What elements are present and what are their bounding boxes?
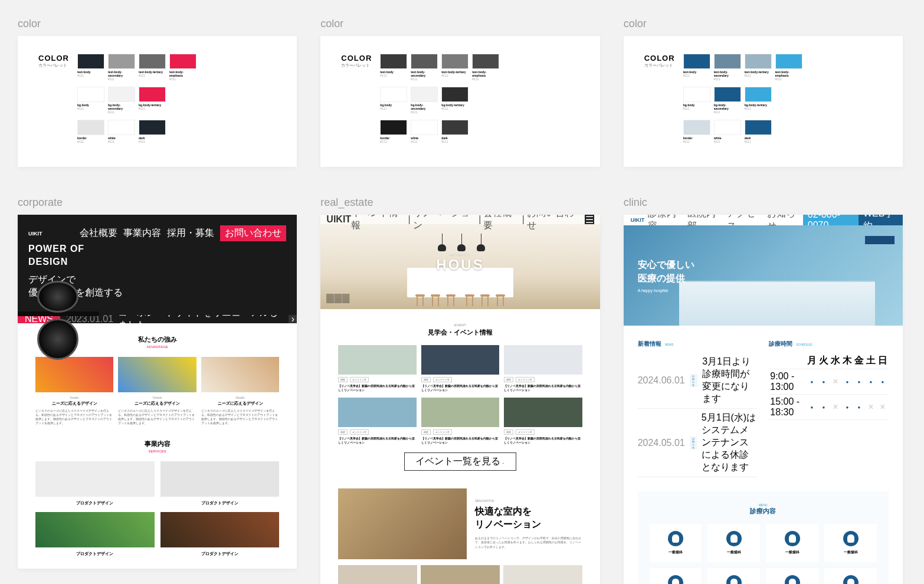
tooth-icon <box>843 575 859 584</box>
service-item[interactable]: 一般歯科 <box>707 524 760 562</box>
tooth-icon <box>785 575 800 584</box>
tooth-icon <box>843 531 859 546</box>
view-all-button[interactable]: イベント一覧を見る → <box>404 452 516 471</box>
cta-button[interactable]: お問い合わせ <box>220 225 286 241</box>
tooth-icon <box>668 575 683 584</box>
service-item[interactable]: プロダクトデザイン <box>35 512 155 557</box>
tooth-icon <box>668 531 683 546</box>
nav-link[interactable]: イベント情報 <box>351 215 405 232</box>
service-item[interactable]: プロダクトデザイン <box>160 512 280 557</box>
section-label: color <box>624 18 903 30</box>
nav-link[interactable]: 事業内容 <box>123 227 161 239</box>
service-item[interactable]: 一般歯科 <box>650 524 702 562</box>
hero-title: 安心で優しい医療の提供 <box>638 258 889 285</box>
advantage-item[interactable]: Detailsニーズに応えるデザインビジネスのニーズに応えたカスタマイズデザイン… <box>35 357 113 425</box>
event-item[interactable]: 開催オンライン可【リノベ見学会】新築の雰囲気溢れる古民家を内観から楽しくリノベー… <box>338 398 416 444</box>
booking-button[interactable]: WEB予約 <box>859 215 903 225</box>
section-label: color <box>18 18 297 30</box>
palette-section-2: color COLOR カラーパレット text-body#111 text-b… <box>320 18 599 167</box>
chevron-right-icon[interactable]: › <box>289 315 297 323</box>
section-title: 見学会・イベント情報 <box>338 328 582 337</box>
advantage-item[interactable]: Detailsニーズに応えるデザインビジネスのニーズに応えたカスタマイズデザイン… <box>118 357 196 425</box>
news-section: 新着情報NEWS 2024.06.01お知らせ3月1日より診療時間が変更になりま… <box>638 337 758 477</box>
corporate-preview[interactable]: UIKIT 会社概要 事業内容 採用・募集 お問い合わせ POWER OFDES… <box>18 215 297 569</box>
thumbnail[interactable] <box>503 565 582 584</box>
service-item[interactable]: 一般歯科 <box>824 568 877 584</box>
service-item[interactable]: プロダクトデザイン <box>160 461 280 506</box>
service-item[interactable]: 一般歯科 <box>650 568 702 584</box>
logo[interactable]: UIKIT <box>28 231 42 237</box>
section-subtitle: EVENT <box>338 323 582 327</box>
tooth-icon <box>726 531 742 546</box>
advantage-item[interactable]: Detailsニーズに応えるデザインビジネスのニーズに応えたカスタマイズデザイン… <box>201 357 279 425</box>
logo[interactable]: UIKIT <box>326 215 351 225</box>
event-item[interactable]: 開催オンライン可【リノベ見学会】新築の雰囲気溢れる古民家を内観から楽しくリノベー… <box>504 345 582 392</box>
section-subtitle: SERVICES <box>35 450 279 453</box>
section-label: corporate <box>18 196 297 209</box>
palette-section-1: color COLOR カラーパレット text-body#111 text-b… <box>18 18 297 167</box>
hero: UIKIT 会社概要 事業内容 採用・募集 お問い合わせ POWER OFDES… <box>18 215 297 315</box>
hero-title: POWER OFDESIGN <box>28 241 286 267</box>
hero-image <box>18 311 99 316</box>
news-item[interactable]: 2024.05.01お知らせ5月1日(水)はシステムメンテナンスによる休診となり… <box>638 409 758 477</box>
nav-link[interactable]: 会社概要 <box>80 227 117 239</box>
services-section: MENU診療内容 一般歯科 一般歯科 一般歯科 一般歯科 一般歯科 一般歯科 一… <box>638 491 889 584</box>
tooth-icon <box>726 575 742 584</box>
thumbnail-row <box>338 565 582 584</box>
logo[interactable]: UIKIT <box>631 217 645 223</box>
menu-icon[interactable]: ☰ <box>585 215 594 224</box>
event-item[interactable]: 開催オンライン可【リノベ見学会】新築の雰囲気溢れる古民家を内観から楽しくリノベー… <box>338 345 416 392</box>
nav-link[interactable]: 会社概要 <box>483 215 520 232</box>
nav: UIKIT イベント情報 | リノベーション | 会社概要 | お問い合わせ ☰ <box>320 215 599 224</box>
schedule-section: 診療時間SCHEDULE 月火水木金土日 9:00 - 13:00●●×●●●●… <box>769 337 889 477</box>
nav: UIKIT 会社概要 事業内容 採用・募集 お問い合わせ <box>28 225 286 241</box>
service-item[interactable]: 一般歯科 <box>766 524 818 562</box>
hero: 安心で優しい医療の提供 A happy hospital <box>624 225 903 326</box>
service-item[interactable]: 一般歯科 <box>824 524 877 562</box>
thumbnail[interactable] <box>338 565 417 584</box>
feature-image <box>338 488 467 559</box>
phone-button[interactable]: 02-000-0070 <box>803 215 859 225</box>
news-item[interactable]: 2024.06.01お知らせ3月1日より診療時間が変更になります <box>638 353 758 409</box>
service-item[interactable]: プロダクトデザイン <box>35 461 155 506</box>
service-item[interactable]: 一般歯科 <box>707 568 760 584</box>
section-label: color <box>320 18 599 30</box>
nav: UIKIT 診療内容 医院内部 アクセス お知らせ 02-000-0070 WE… <box>624 215 903 225</box>
nav-link[interactable]: 採用・募集 <box>167 227 214 239</box>
schedule-table: 月火水木金土日 9:00 - 13:00●●×●●●● 15:00 - 18:3… <box>769 353 889 420</box>
nav-link[interactable]: お問い合わせ <box>527 215 581 232</box>
section-label: real_estate <box>320 196 599 209</box>
event-item[interactable]: 開催オンライン可【リノベ見学会】新築の雰囲気溢れる古民家を内観から楽しくリノベー… <box>421 345 499 392</box>
template-real-estate: real_estate UIKIT イベント情報 | リノベーション <box>320 196 599 584</box>
thumbnail[interactable] <box>421 565 500 584</box>
nav-link[interactable]: リノベーション <box>413 215 477 232</box>
feature-block: RENOVATION 快適な室内をリノベーション あるがままでのリノベーションで… <box>338 488 582 559</box>
section-label: clinic <box>624 196 903 209</box>
palette-section-3: color COLOR カラーパレット text-body#111 text-b… <box>624 18 903 167</box>
template-clinic: clinic UIKIT 診療内容 医院内部 アクセス お知らせ 02-000-… <box>624 196 903 584</box>
palette-card: COLOR カラーパレット text-body#111 text-body-se… <box>18 36 297 167</box>
palette-card: COLOR カラーパレット text-body#111 text-body-se… <box>320 36 599 167</box>
event-item[interactable]: 開催オンライン可【リノベ見学会】新築の雰囲気溢れる古民家を内観から楽しくリノベー… <box>421 398 499 444</box>
clinic-preview[interactable]: UIKIT 診療内容 医院内部 アクセス お知らせ 02-000-0070 WE… <box>624 215 903 584</box>
service-item[interactable]: 一般歯科 <box>766 568 818 584</box>
carousel-paginator[interactable] <box>326 294 350 303</box>
palette-card: COLOR カラーパレット text-body#111 text-body-se… <box>624 36 903 167</box>
hero-subtitle: 家へ帰ろう <box>450 251 470 257</box>
real-estate-preview[interactable]: UIKIT イベント情報 | リノベーション | 会社概要 | お問い合わせ ☰… <box>320 215 599 584</box>
hero-title: HOUS <box>436 257 484 273</box>
hero-subtitle: A happy hospital <box>638 288 889 293</box>
hero: UIKIT イベント情報 | リノベーション | 会社概要 | お問い合わせ ☰… <box>320 215 599 309</box>
template-corporate: corporate UIKIT 会社概要 事業内容 採用・募集 お問い合わせ P… <box>18 196 297 584</box>
event-item[interactable]: 開催オンライン可【リノベ見学会】新築の雰囲気溢れる古民家を内観から楽しくリノベー… <box>504 398 582 444</box>
section-title: 事業内容 <box>35 439 279 448</box>
tooth-icon <box>785 531 800 546</box>
